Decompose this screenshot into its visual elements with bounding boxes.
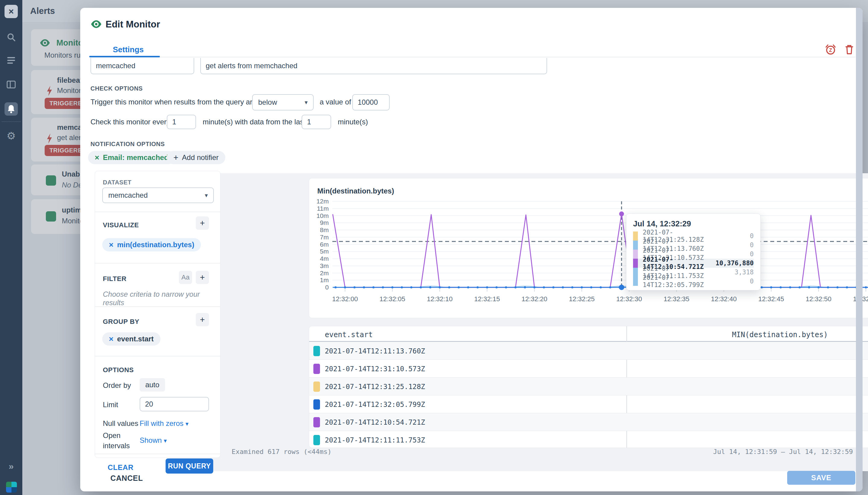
null-values-label: Null values <box>103 419 138 428</box>
table-row: 2021-07-14T12:31:25.128Z – <box>309 377 868 395</box>
svg-text:12:32:25: 12:32:25 <box>569 295 595 303</box>
order-by-label: Order by <box>103 381 131 390</box>
sidebar-divider <box>2 121 20 122</box>
section-divider <box>95 211 221 212</box>
run-query-button[interactable]: RUN QUERY <box>165 459 213 474</box>
chart-tooltip: Jul 14, 12:32:29 2021-07-14T12:31:25.128… <box>626 214 761 290</box>
section-divider <box>95 263 221 263</box>
svg-text:12:32:10: 12:32:10 <box>427 295 453 303</box>
collapse-glyph: » <box>9 461 14 472</box>
open-intervals-label-1: Open <box>103 431 121 440</box>
table-row: 2021-07-14T12:11:13.760Z – <box>309 342 868 360</box>
alerts-bell-icon[interactable] <box>4 102 18 116</box>
add-notifier-button[interactable]: + Add notifier <box>167 151 225 164</box>
email-notifier-chip[interactable]: × Email: memcached <box>88 151 175 164</box>
settings-gear-icon[interactable]: ⚙ <box>4 129 18 142</box>
svg-text:12:32:35: 12:32:35 <box>663 295 689 303</box>
open-intervals-label-2: intervals <box>103 442 130 450</box>
app-sidebar: × ⚙ » <box>0 0 22 495</box>
modal-title: Edit Monitor <box>106 19 160 30</box>
tooltip-row: 2021-07-14T12:32:05.799Z0 <box>633 277 754 286</box>
add-filter-button[interactable]: + <box>196 271 209 284</box>
svg-text:12:32:15: 12:32:15 <box>474 295 500 303</box>
svg-text:12:32:45: 12:32:45 <box>758 295 784 303</box>
series-swatch <box>633 268 638 277</box>
svg-text:12:32:20: 12:32:20 <box>521 295 547 303</box>
column-header-event-start[interactable]: event.start <box>325 330 373 339</box>
logs-list-icon[interactable] <box>4 54 18 67</box>
svg-text:11m: 11m <box>317 205 329 212</box>
search-icon[interactable] <box>4 31 18 44</box>
clear-button[interactable]: CLEAR <box>108 463 134 472</box>
dataset-value: memcached <box>108 191 148 200</box>
app-logo[interactable]: × <box>4 5 18 18</box>
svg-text:12:32:00: 12:32:00 <box>332 295 358 303</box>
series-color-chip <box>313 399 320 410</box>
workspace-logo[interactable] <box>6 482 17 493</box>
svg-text:6m: 6m <box>320 241 329 248</box>
svg-text:1m: 1m <box>320 276 329 284</box>
column-header-min-bytes[interactable]: MIN(destination.bytes) <box>626 330 868 339</box>
snooze-alarm-icon[interactable]: Z <box>825 44 837 57</box>
lookback-input[interactable]: 1 <box>302 115 331 129</box>
table-row: 2021-07-14T12:11:11.753Z 3,276 <box>309 431 868 448</box>
tabs-divider <box>89 57 855 57</box>
group-by-chip[interactable]: × event.start <box>102 332 160 346</box>
filter-label: FILTER <box>103 275 126 283</box>
check-interval-input[interactable]: 1 <box>167 115 196 129</box>
remove-visualize-icon[interactable]: × <box>109 241 113 249</box>
tab-settings[interactable]: Settings <box>113 45 144 54</box>
table-row: 2021-07-14T12:31:10.573Z – <box>309 359 868 378</box>
open-intervals-value: Shown <box>140 436 162 444</box>
svg-text:2m: 2m <box>320 270 329 276</box>
visualize-label: VISUALIZE <box>103 221 139 229</box>
monitor-name-field-wrap: memcached <box>90 58 194 74</box>
svg-text:12:32:50: 12:32:50 <box>805 295 832 303</box>
svg-text:12:32:30: 12:32:30 <box>616 295 642 303</box>
add-group-by-button[interactable]: + <box>196 313 209 326</box>
dataset-select[interactable]: memcached ▾ <box>102 187 214 203</box>
threshold-value-input[interactable]: 10000 <box>352 94 390 110</box>
aa-label: Aa <box>181 273 190 281</box>
svg-text:12m: 12m <box>316 198 329 205</box>
limit-input[interactable]: 20 <box>140 397 209 411</box>
dashboards-icon[interactable] <box>4 78 18 91</box>
open-intervals-dropdown[interactable]: Shown ▾ <box>140 436 167 445</box>
logo-x-glyph: × <box>8 6 14 17</box>
min-destination-bytes-chart[interactable]: 12:32:0012:32:0512:32:1012:32:1512:32:20… <box>309 178 868 319</box>
svg-text:3m: 3m <box>320 262 329 269</box>
group-by-label: GROUP BY <box>103 318 139 326</box>
email-notifier-label: Email: memcached <box>103 153 168 162</box>
svg-text:10m: 10m <box>316 212 329 219</box>
filter-hint: Choose criteria to narrow your results <box>103 290 220 307</box>
case-sensitivity-button[interactable]: Aa <box>179 271 192 284</box>
cancel-button[interactable]: CANCEL <box>110 474 143 483</box>
svg-text:7m: 7m <box>320 234 329 241</box>
svg-text:Z: Z <box>829 48 832 53</box>
monitor-description-input[interactable]: get alerts from memchached <box>200 58 547 74</box>
collapse-sidebar-icon[interactable]: » <box>4 460 18 473</box>
save-button[interactable]: SAVE <box>787 471 855 485</box>
trigger-text: Trigger this monitor when results from t… <box>90 98 256 106</box>
null-values-dropdown[interactable]: Fill with zeros ▾ <box>140 419 189 428</box>
visualize-chip[interactable]: × min(destination.bytes) <box>102 238 201 252</box>
modal-scrollbar[interactable] <box>856 8 863 491</box>
svg-text:0: 0 <box>325 284 329 291</box>
add-notifier-label: Add notifier <box>182 153 218 162</box>
tab-active-underline <box>89 56 160 57</box>
condition-select[interactable]: below ▾ <box>252 94 314 110</box>
monitor-name-input[interactable]: memcached <box>90 58 194 74</box>
results-table-card: event.start MIN(destination.bytes) 2021-… <box>309 326 868 448</box>
svg-text:5m: 5m <box>320 248 329 255</box>
add-visualize-button[interactable]: + <box>196 217 209 230</box>
options-label: OPTIONS <box>103 366 134 374</box>
delete-monitor-trash-icon[interactable] <box>843 44 855 57</box>
remove-notifier-icon[interactable]: × <box>95 154 99 161</box>
series-swatch <box>633 232 638 241</box>
chart-card: Min(destination.bytes) 12:32:0012:32:051… <box>309 178 868 318</box>
series-swatch <box>633 277 638 286</box>
series-swatch <box>633 259 638 268</box>
remove-group-by-icon[interactable]: × <box>109 335 113 343</box>
order-by-value[interactable]: auto <box>140 378 165 391</box>
plus-icon: + <box>200 315 205 324</box>
